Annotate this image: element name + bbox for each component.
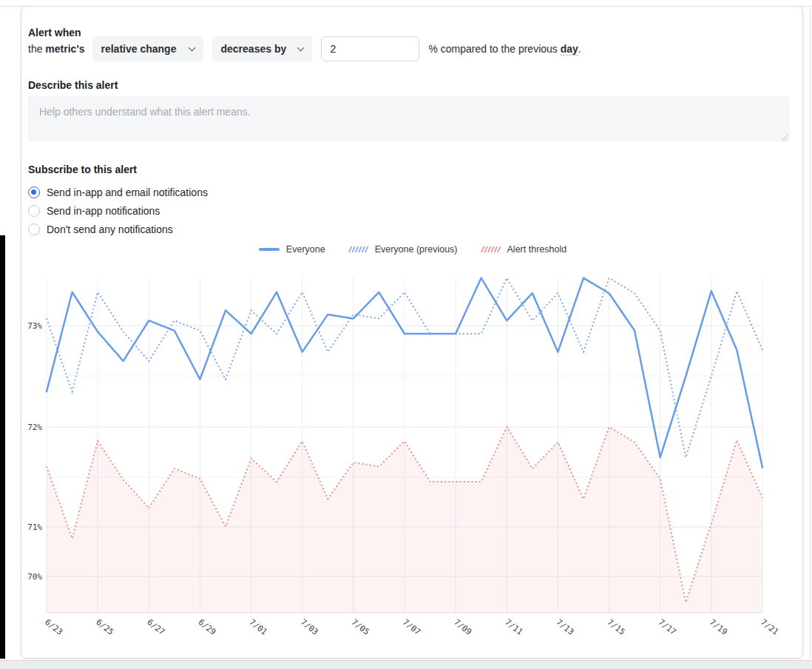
subscription-radio-group: Send in-app and email notificationsSend …: [28, 183, 208, 238]
describe-alert-heading: Describe this alert: [28, 79, 118, 91]
subscription-option-1[interactable]: Send in-app notifications: [28, 201, 208, 220]
y-axis-tick-label: 70%: [27, 572, 42, 582]
subscription-option-0[interactable]: Send in-app and email notifications: [28, 183, 208, 201]
alert-settings-card: Alert when the metric's relative change …: [21, 6, 803, 659]
subscription-option-label: Send in-app notifications: [47, 205, 160, 217]
chart-legend: EveryoneEveryone (previous)Alert thresho…: [21, 244, 804, 255]
x-axis-tick-label: 7/21: [759, 617, 780, 637]
radio-unselected-icon[interactable]: [28, 223, 40, 235]
legend-item-everyone[interactable]: Everyone: [259, 244, 325, 255]
x-axis-tick-label: 7/09: [452, 617, 473, 637]
legend-item-everyone-previous[interactable]: Everyone (previous): [348, 244, 458, 255]
hatched-line-swatch-icon: [348, 246, 368, 253]
subscribe-heading: Subscribe to this alert: [28, 164, 137, 175]
bottom-strip: [0, 660, 812, 669]
alert-preview-chart: 73%72%71%70%6/236/256/276/297/017/037/05…: [21, 263, 804, 655]
alert-condition-row: the metric's relative change decreases b…: [28, 36, 581, 61]
threshold-value-input[interactable]: [321, 36, 419, 61]
radio-selected-icon[interactable]: [28, 186, 40, 198]
subscription-option-label: Send in-app and email notifications: [47, 186, 208, 198]
alert-threshold-area: [47, 427, 762, 613]
x-axis-tick-label: 7/11: [503, 617, 524, 637]
y-axis-tick-label: 73%: [27, 321, 42, 331]
legend-item-alert-threshold[interactable]: Alert threshold: [480, 244, 567, 255]
hatched-line-swatch-icon: [480, 246, 501, 253]
metric-type-dropdown-value: relative change: [101, 43, 177, 55]
legend-label: Everyone: [286, 244, 325, 255]
panel-right-edge: [810, 6, 811, 659]
y-axis-tick-label: 72%: [27, 423, 42, 432]
x-axis-tick-label: 7/15: [606, 617, 627, 637]
period-term: day: [561, 43, 578, 56]
x-axis-tick-label: 7/17: [657, 617, 678, 637]
left-edge-bar: [0, 235, 5, 659]
direction-dropdown-value: decreases by: [221, 43, 287, 55]
legend-label: Everyone (previous): [375, 244, 458, 255]
alert-description-textarea[interactable]: [28, 96, 789, 141]
x-axis-tick-label: 6/29: [197, 617, 218, 637]
x-axis-tick-label: 7/13: [555, 617, 576, 637]
x-axis-tick-label: 6/25: [94, 617, 115, 637]
alert-settings-page: Alert when the metric's relative change …: [0, 0, 812, 669]
x-axis-tick-label: 7/03: [299, 617, 320, 637]
metric-type-dropdown[interactable]: relative change: [92, 36, 203, 61]
subscription-option-label: Don't send any notifications: [47, 223, 173, 235]
x-axis-tick-label: 6/27: [145, 617, 166, 637]
direction-dropdown[interactable]: decreases by: [212, 36, 312, 61]
x-axis-tick-label: 7/07: [401, 617, 422, 637]
condition-suffix: % compared to the previous day.: [429, 43, 581, 55]
y-axis-tick-label: 71%: [27, 522, 42, 532]
x-axis-tick-label: 6/23: [43, 617, 64, 637]
radio-unselected-icon[interactable]: [28, 205, 40, 217]
x-axis-tick-label: 7/01: [248, 617, 269, 637]
chevron-down-icon: [188, 44, 195, 51]
x-axis-tick-label: 7/05: [350, 617, 371, 637]
x-axis-tick-label: 7/19: [708, 617, 729, 637]
legend-label: Alert threshold: [507, 244, 567, 255]
solid-line-swatch-icon: [259, 246, 280, 253]
subscription-option-2[interactable]: Don't send any notifications: [28, 220, 208, 238]
condition-prefix: the metric's: [28, 43, 85, 55]
chevron-down-icon: [297, 44, 304, 51]
